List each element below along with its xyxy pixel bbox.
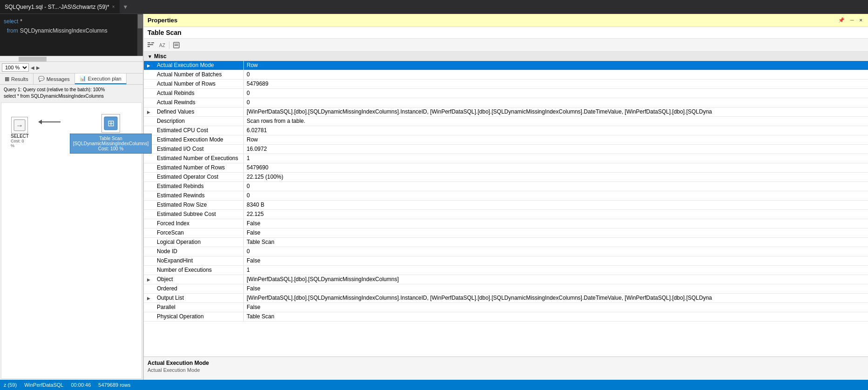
property-value: 0 [244, 182, 868, 191]
table-scan-title: Table Scan [73, 136, 148, 141]
property-row[interactable]: ParallelFalse [144, 303, 868, 312]
property-rows-container: ▶Actual Execution ModeRowActual Number o… [144, 61, 868, 322]
property-row[interactable]: Estimated Rewinds0 [144, 191, 868, 201]
property-row[interactable]: Actual Number of Batches0 [144, 70, 868, 80]
expand-icon [144, 284, 153, 293]
property-row[interactable]: Number of Executions1 [144, 266, 868, 275]
property-row[interactable]: NoExpandHintFalse [144, 256, 868, 266]
property-row[interactable]: Physical OperationTable Scan [144, 312, 868, 322]
property-row[interactable]: Actual Number of Rows5479689 [144, 80, 868, 89]
property-row[interactable]: Estimated Subtree Cost22.125 [144, 210, 868, 219]
keyword-select: select [4, 17, 18, 26]
tab-messages[interactable]: 💬 Messages [34, 74, 75, 84]
property-name: Forced Index [153, 219, 244, 228]
zoom-select[interactable]: 100 % 75 % 125 % [2, 63, 29, 72]
query-info-text: Query 1: Query cost (relative to the bat… [0, 85, 143, 101]
expand-icon [144, 219, 153, 228]
h-scrollbar-thumb [19, 57, 47, 61]
expand-icon [144, 312, 153, 321]
property-row[interactable]: Actual Rewinds0 [144, 98, 868, 108]
expand-icon [144, 80, 153, 88]
status-rows: 5479689 rows [98, 382, 130, 388]
misc-section-label: Misc [154, 53, 167, 60]
property-name: Node ID [153, 247, 244, 256]
query-tab[interactable]: SQLQuery1.sql - ST...-JAS\Schwartz (59)*… [0, 0, 120, 13]
property-row[interactable]: Estimated Row Size8340 B [144, 201, 868, 210]
property-row[interactable]: Estimated Number of Rows5479690 [144, 163, 868, 173]
properties-toolbar: AZ [144, 39, 868, 52]
expand-icon: ▶ [144, 294, 153, 303]
properties-panel-title: Properties [148, 17, 177, 24]
property-row[interactable]: Estimated CPU Cost6.02781 [144, 126, 868, 135]
expand-icon [144, 303, 153, 312]
chevron-down-icon: ▼ [123, 4, 128, 10]
properties-table: ▼ Misc ▶Actual Execution ModeRowActual N… [144, 52, 868, 356]
property-name: Estimated Rebinds [153, 182, 244, 191]
table-scan-label-box: Table Scan [SQLDynamicMissingIndexColumn… [70, 134, 152, 154]
tab-label: SQLQuery1.sql - ST...-JAS\Schwartz (59)* [5, 4, 109, 10]
svg-rect-11 [175, 44, 178, 45]
tab-overflow-button[interactable]: ▼ [120, 0, 131, 13]
scroll-right-icon[interactable]: ▶ [36, 65, 40, 70]
property-value: 22.125 [244, 210, 868, 219]
property-name: Ordered [153, 284, 244, 293]
select-node-icon: → [11, 117, 28, 134]
property-value: 22.125 (100%) [244, 173, 868, 182]
property-value: Scan rows from a table. [244, 117, 868, 126]
arrow-line [42, 121, 61, 122]
status-time: 00:00:46 [71, 382, 91, 388]
minimize-button[interactable]: ─ [848, 17, 856, 23]
property-row[interactable]: Actual Rebinds0 [144, 89, 868, 98]
property-row[interactable]: Node ID0 [144, 247, 868, 256]
close-panel-button[interactable]: × [858, 17, 864, 23]
property-value: 1 [244, 154, 868, 163]
editor-scrollbar[interactable] [137, 14, 143, 56]
tab-execplan-label: Execution plan [88, 76, 121, 81]
property-row[interactable]: ▶Output List[WinPerfDataSQL].[dbo].[SQLD… [144, 294, 868, 303]
property-row[interactable]: Estimated I/O Cost16.0972 [144, 145, 868, 154]
tab-execution-plan[interactable]: 📊 Execution plan [75, 74, 127, 84]
svg-rect-7 [151, 42, 154, 43]
expand-icon [144, 98, 153, 107]
tab-close-button[interactable]: × [112, 4, 115, 9]
sort-alpha-button[interactable]: AZ [157, 40, 167, 50]
property-row[interactable]: Logical OperationTable Scan [144, 238, 868, 247]
property-name: Parallel [153, 303, 244, 312]
property-value: 5479690 [244, 163, 868, 172]
expand-icon [144, 201, 153, 209]
footer-property-desc: Actual Execution Mode [148, 367, 864, 373]
property-row[interactable]: OrderedFalse [144, 284, 868, 294]
scroll-left-icon[interactable]: ◀ [31, 65, 34, 70]
property-value: 6.02781 [244, 126, 868, 135]
property-row[interactable]: Estimated Operator Cost22.125 (100%) [144, 173, 868, 182]
expand-icon [144, 210, 153, 219]
property-row[interactable]: Forced IndexFalse [144, 219, 868, 229]
table-scan-cost: Cost: 100 % [73, 146, 148, 151]
property-row[interactable]: Estimated Rebinds0 [144, 182, 868, 191]
property-row[interactable]: Estimated Execution ModeRow [144, 135, 868, 145]
property-row[interactable]: DescriptionScan rows from a table. [144, 117, 868, 126]
property-row[interactable]: ForceScanFalse [144, 229, 868, 238]
property-value: 8340 B [244, 201, 868, 209]
result-tabs-bar: ▦ Results 💬 Messages 📊 Execution plan [0, 74, 143, 85]
property-name: Estimated I/O Cost [153, 145, 244, 154]
sql-editor[interactable]: select * from SQLDynamicMissingIndexColu… [0, 14, 137, 56]
pin-button[interactable]: 📌 [836, 17, 847, 23]
property-value: [WinPerfDataSQL].[dbo].[SQLDynamicMissin… [244, 108, 868, 116]
select-node-cost: Cost: 0 % [11, 139, 29, 148]
property-value: Row [244, 61, 868, 70]
misc-section-header[interactable]: ▼ Misc [144, 52, 868, 61]
property-name: Object [153, 275, 244, 284]
property-name: NoExpandHint [153, 256, 244, 265]
property-row[interactable]: Estimated Number of Executions1 [144, 154, 868, 163]
property-row[interactable]: ▶Defined Values[WinPerfDataSQL].[dbo].[S… [144, 108, 868, 117]
property-value: 5479689 [244, 80, 868, 88]
tab-results[interactable]: ▦ Results [0, 74, 34, 84]
sort-categorized-button[interactable] [146, 40, 156, 50]
property-name: Actual Execution Mode [153, 61, 244, 70]
svg-rect-6 [148, 46, 150, 47]
property-row[interactable]: ▶Actual Execution ModeRow [144, 61, 868, 70]
property-pages-button[interactable] [171, 40, 182, 50]
editor-h-scrollbar[interactable] [0, 56, 143, 61]
property-row[interactable]: ▶Object[WinPerfDataSQL].[dbo].[SQLDynami… [144, 275, 868, 284]
